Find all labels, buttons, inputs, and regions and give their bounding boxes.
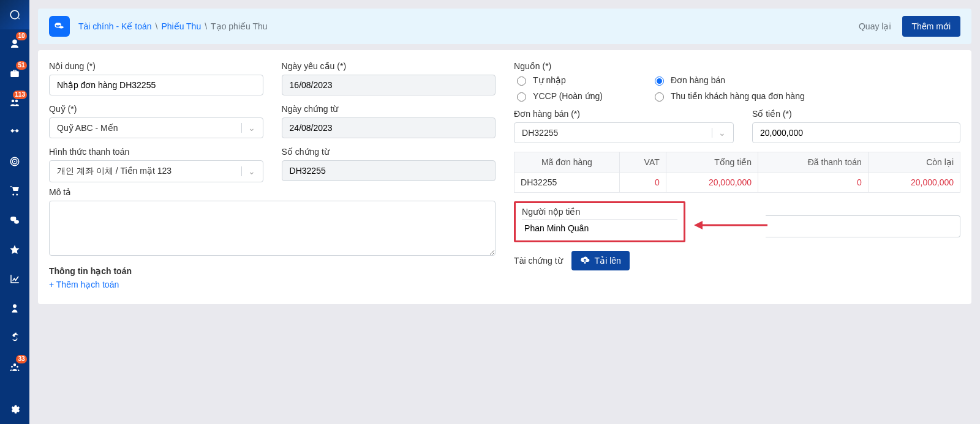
star-icon xyxy=(9,244,20,255)
radio-collect-input[interactable] xyxy=(655,92,664,102)
add-entry-link[interactable]: + Thêm hạch toán xyxy=(49,280,119,289)
badge: 10 xyxy=(16,32,27,40)
nav-chart-icon[interactable] xyxy=(0,264,29,294)
back-link[interactable]: Quay lại xyxy=(859,21,891,31)
fund-value: Quỹ ABC - Mến xyxy=(57,123,118,133)
annotation-arrow xyxy=(694,218,767,234)
add-new-button[interactable]: Thêm mới xyxy=(902,16,960,37)
radio-manual[interactable]: Tự nhập xyxy=(514,75,603,86)
target-icon xyxy=(9,156,20,167)
cart-icon xyxy=(9,185,20,196)
breadcrumb-sep: \ xyxy=(205,21,207,31)
td-remain: 20,000,000 xyxy=(868,173,960,193)
breadcrumb: Tài chính - Kế toán \ Phiếu Thu \ Tạo ph… xyxy=(78,21,268,31)
radio-yccp[interactable]: YCCP (Hoàn ứng) xyxy=(514,91,603,102)
payer-input[interactable] xyxy=(522,219,677,237)
radio-salesorder[interactable]: Đơn hàng bán xyxy=(652,75,805,86)
payer-input-extension[interactable] xyxy=(766,215,960,237)
amount-input[interactable] xyxy=(752,122,960,143)
amount-label: Số tiền (*) xyxy=(752,109,960,119)
badge: 113 xyxy=(13,91,27,99)
nav-cart-icon[interactable] xyxy=(0,176,29,206)
th-remain: Còn lại xyxy=(868,152,960,173)
radio-collect[interactable]: Thu tiền khách hàng qua đơn hàng xyxy=(652,91,805,102)
nav-star-icon[interactable] xyxy=(0,235,29,264)
breadcrumb-link-2[interactable]: Phiếu Thu xyxy=(161,21,201,31)
breadcrumb-current: Tạo phiếu Thu xyxy=(211,21,267,31)
cloud-upload-icon xyxy=(580,256,590,266)
reqdate-label: Ngày yêu cầu (*) xyxy=(282,61,496,71)
td-vat: 0 xyxy=(619,173,666,193)
nav-user-icon[interactable]: 10 xyxy=(0,29,29,59)
breadcrumb-sep: \ xyxy=(156,21,158,31)
sidenav: 10 51 113 33 xyxy=(0,0,29,322)
order-value: DH32255 xyxy=(522,128,558,138)
radio-manual-input[interactable] xyxy=(517,76,526,86)
svg-marker-8 xyxy=(694,221,703,229)
th-code: Mã đơn hàng xyxy=(514,152,619,173)
chevron-down-icon: ⌄ xyxy=(241,123,255,133)
docno-input[interactable] xyxy=(282,160,496,181)
fund-select[interactable]: Quỹ ABC - Mến ⌄ xyxy=(49,117,263,138)
coins-icon xyxy=(9,215,20,226)
radio-label: Đơn hàng bán xyxy=(671,75,725,85)
docno-label: Số chứng từ xyxy=(282,147,496,157)
form-card: Nội dung (*) Quỹ (*) Quỹ ABC - Mến ⌄ Hìn… xyxy=(38,50,971,304)
radio-label: YCCP (Hoàn ứng) xyxy=(533,91,603,101)
upload-button-label: Tải lên xyxy=(595,256,621,266)
chevron-down-icon: ⌄ xyxy=(241,166,255,176)
radio-label: Thu tiền khách hàng qua đơn hàng xyxy=(671,91,805,101)
breadcrumb-link-1[interactable]: Tài chính - Kế toán xyxy=(78,21,152,31)
svg-point-5 xyxy=(55,23,61,26)
page-header: Tài chính - Kế toán \ Phiếu Thu \ Tạo ph… xyxy=(38,9,971,44)
paymethod-select[interactable]: 개인 계좌 이체 / Tiền mặt 123 ⌄ xyxy=(49,160,263,182)
paymethod-value: 개인 계좌 이체 / Tiền mặt 123 xyxy=(57,166,172,177)
module-icon xyxy=(49,16,70,37)
handshake-icon xyxy=(9,127,20,138)
td-paid: 0 xyxy=(758,173,868,193)
svg-point-6 xyxy=(59,26,64,29)
th-vat: VAT xyxy=(619,152,666,173)
nav-briefcase-icon[interactable]: 51 xyxy=(0,59,29,88)
td-total: 20,000,000 xyxy=(666,173,758,193)
main: Tài chính - Kế toán \ Phiếu Thu \ Tạo ph… xyxy=(29,0,980,322)
source-label: Nguồn (*) xyxy=(514,61,960,71)
docdate-label: Ngày chứng từ xyxy=(282,104,496,114)
table-row: DH32255 0 20,000,000 0 20,000,000 xyxy=(514,173,960,193)
nav-target-icon[interactable] xyxy=(0,147,29,176)
fund-label: Quỹ (*) xyxy=(49,104,263,114)
payer-label: Người nộp tiền xyxy=(522,207,677,217)
upload-button[interactable]: Tải lên xyxy=(571,251,630,270)
chart-line-icon xyxy=(9,273,20,285)
desc-textarea[interactable] xyxy=(49,201,496,256)
nav-handshake-icon[interactable] xyxy=(0,117,29,147)
radio-label: Tự nhập xyxy=(533,75,566,85)
user-tie-icon xyxy=(9,303,20,314)
coins-icon xyxy=(54,21,65,32)
order-label: Đơn hàng bán (*) xyxy=(514,109,734,119)
nav-group-icon[interactable]: 113 xyxy=(0,88,29,117)
content-label: Nội dung (*) xyxy=(49,61,263,71)
radio-salesorder-input[interactable] xyxy=(655,76,664,86)
doc-upload-label: Tài chứng từ xyxy=(514,256,562,266)
nav-coins-icon[interactable] xyxy=(0,206,29,235)
th-paid: Đã thanh toán xyxy=(758,152,868,173)
order-select[interactable]: DH32255 ⌄ xyxy=(514,122,734,143)
nav-manager-icon[interactable] xyxy=(0,294,29,322)
docdate-input[interactable] xyxy=(282,117,496,138)
th-total: Tổng tiền xyxy=(666,152,758,173)
logo-icon xyxy=(9,9,20,20)
order-table: Mã đơn hàng VAT Tổng tiền Đã thanh toán … xyxy=(514,152,960,193)
payer-highlight-box: Người nộp tiền xyxy=(514,201,685,242)
td-code: DH32255 xyxy=(514,173,619,193)
content-input[interactable] xyxy=(49,75,263,95)
arrow-left-icon xyxy=(694,218,767,232)
chevron-down-icon: ⌄ xyxy=(712,128,726,138)
badge: 51 xyxy=(16,61,27,70)
radio-yccp-input[interactable] xyxy=(517,92,526,102)
app-logo[interactable] xyxy=(0,0,29,29)
svg-point-2 xyxy=(14,161,15,162)
paymethod-label: Hình thức thanh toán xyxy=(49,147,263,157)
reqdate-input[interactable] xyxy=(282,75,496,95)
